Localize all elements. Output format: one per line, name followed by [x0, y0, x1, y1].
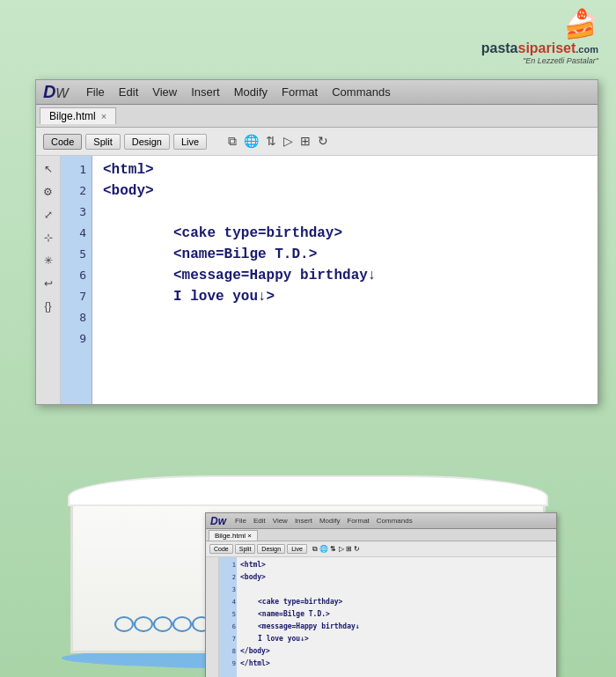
- mini-ln-1: 1: [220, 559, 236, 571]
- code-line-4: <cake type=birthday>: [103, 223, 587, 244]
- split-button[interactable]: Split: [85, 134, 120, 150]
- braces-icon[interactable]: {}: [44, 300, 51, 313]
- logo-tagline: "En Lezzetli Pastalar": [481, 56, 598, 65]
- mini-editor-area: 1 2 3 4 5 6 7 8 9 <html> <body> <cake ty…: [206, 557, 556, 677]
- code-button[interactable]: Code: [43, 134, 82, 150]
- mini-ln-2: 2: [220, 571, 236, 584]
- mini-ln-5: 5: [220, 608, 236, 621]
- deco-loop-1: [114, 616, 134, 632]
- menu-edit[interactable]: Edit: [119, 85, 138, 99]
- logo-text: pastasipariset.com: [481, 40, 598, 56]
- mini-code-8: </body>: [240, 645, 553, 658]
- mini-dw-window: Dw File Edit View Insert Modify Format C…: [205, 512, 557, 677]
- play-icon[interactable]: ▷: [282, 132, 295, 151]
- menu-commands[interactable]: Commands: [332, 85, 390, 99]
- menu-file[interactable]: File: [86, 85, 105, 99]
- mini-ln-4: 4: [220, 596, 236, 608]
- cake-scene: Dw File Edit View Insert Modify Format C…: [44, 343, 572, 669]
- mini-code-2: <body>: [240, 571, 553, 584]
- cake-body: Dw File Edit View Insert Modify Format C…: [70, 495, 546, 653]
- star-icon[interactable]: ✳: [44, 254, 53, 267]
- mini-ln-6: 6: [220, 621, 236, 633]
- mini-menu-modify: Modify: [319, 517, 341, 525]
- mini-tab: Bilge.html ×: [209, 530, 258, 541]
- mini-side-panel: [206, 557, 219, 677]
- mini-line-numbers: 1 2 3 4 5 6 7 8 9: [219, 557, 237, 677]
- mini-menu-view: View: [273, 517, 288, 525]
- tab-label: Bilge.html: [49, 110, 96, 122]
- menu-bar: File Edit View Insert Modify Format Comm…: [86, 85, 391, 99]
- line-4: 4: [61, 223, 92, 244]
- toolbar-icons: ⧉ 🌐 ⇅ ▷ ⊞ ↻: [226, 132, 330, 151]
- line-7: 7: [61, 286, 92, 307]
- dw-logo: Dw: [43, 82, 69, 102]
- menu-format[interactable]: Format: [282, 85, 318, 99]
- line-2: 2: [61, 180, 92, 202]
- deco-loop-2: [134, 616, 153, 632]
- deco-loop-3: [153, 616, 172, 632]
- mini-menu-commands: Commands: [377, 517, 413, 525]
- mini-design-btn: Design: [257, 544, 285, 554]
- mini-toolbar-icons: ⧉ 🌐 ⇅ ▷ ⊞ ↻: [312, 545, 360, 554]
- globe-icon[interactable]: 🌐: [242, 132, 260, 151]
- mini-ln-7: 7: [220, 633, 236, 645]
- design-button[interactable]: Design: [124, 134, 170, 150]
- dw-toolbar: Code Split Design Live ⧉ 🌐 ⇅ ▷ ⊞ ↻: [36, 128, 598, 156]
- mini-code-6: <message=Happy birthday↓: [240, 621, 553, 633]
- logo-area: 🍰 pastasipariset.com "En Lezzetli Pastal…: [481, 7, 598, 65]
- mini-code-9: </html>: [240, 658, 553, 670]
- mini-menu-edit: Edit: [253, 517, 266, 525]
- mini-menu: File Edit View Insert Modify Format Comm…: [235, 517, 413, 525]
- menu-view[interactable]: View: [152, 85, 177, 99]
- mini-ln-3: 3: [220, 584, 236, 596]
- code-line-3: [103, 202, 587, 223]
- mini-code-7: I love you↓>: [240, 633, 553, 645]
- refresh-icon[interactable]: ↻: [316, 132, 330, 151]
- expand-icon[interactable]: ⤢: [44, 209, 53, 221]
- mini-menu-insert: Insert: [295, 517, 312, 525]
- grid-icon[interactable]: ⊞: [298, 132, 312, 151]
- code-line-1: <html>: [103, 159, 587, 180]
- code-line-7: I love you↓>: [103, 286, 587, 307]
- sort-icon[interactable]: ⇅: [264, 132, 278, 151]
- line-1: 1: [61, 159, 92, 180]
- mini-code-1: <html>: [240, 559, 553, 571]
- line-8: 8: [61, 307, 92, 328]
- tab-bar: Bilge.html ×: [36, 105, 598, 128]
- line-5: 5: [61, 244, 92, 265]
- mini-ln-9: 9: [220, 658, 236, 670]
- line-3: 3: [61, 202, 92, 223]
- code-line-6: <message=Happy birthday↓: [103, 265, 587, 286]
- deco-loop-4: [172, 616, 192, 632]
- code-line-2: <body>: [103, 180, 587, 202]
- copy-icon[interactable]: ⧉: [226, 132, 238, 151]
- menu-modify[interactable]: Modify: [234, 85, 268, 99]
- mini-split-btn: Split: [235, 544, 256, 554]
- mini-toolbar: Code Split Design Live ⧉ 🌐 ⇅ ▷ ⊞ ↻: [206, 541, 556, 557]
- code-line-5: <name=Bilge T.D.>: [103, 244, 587, 265]
- dw-titlebar: Dw File Edit View Insert Modify Format C…: [36, 80, 598, 105]
- line-6: 6: [61, 265, 92, 286]
- menu-insert[interactable]: Insert: [191, 85, 220, 99]
- mini-ln-8: 8: [220, 645, 236, 658]
- code-line-8: [103, 307, 587, 328]
- mini-code-5: <name=Bilge T.D.>: [240, 608, 553, 621]
- logo-icon: 🍰: [481, 7, 598, 40]
- tab-bilge-html[interactable]: Bilge.html ×: [40, 107, 116, 124]
- mini-dw-logo: Dw: [210, 515, 226, 527]
- tab-close-button[interactable]: ×: [101, 111, 106, 121]
- mini-code-4: <cake type=birthday>: [240, 596, 553, 608]
- mini-tabbar: Bilge.html ×: [206, 529, 556, 541]
- mini-code-btn: Code: [209, 544, 233, 554]
- pointer-icon[interactable]: ↖: [44, 163, 53, 175]
- mini-menu-format: Format: [347, 517, 369, 525]
- live-button[interactable]: Live: [173, 134, 207, 150]
- mini-titlebar: Dw File Edit View Insert Modify Format C…: [206, 513, 556, 529]
- mini-code-content: <html> <body> <cake type=birthday> <name…: [237, 557, 556, 677]
- arrow-icon[interactable]: ↩: [44, 277, 53, 290]
- settings-icon[interactable]: ⚙: [43, 186, 53, 198]
- mini-live-btn: Live: [287, 544, 307, 554]
- mini-menu-file: File: [235, 517, 246, 525]
- cake-frosting: [68, 475, 548, 506]
- resize-icon[interactable]: ⊹: [44, 232, 53, 244]
